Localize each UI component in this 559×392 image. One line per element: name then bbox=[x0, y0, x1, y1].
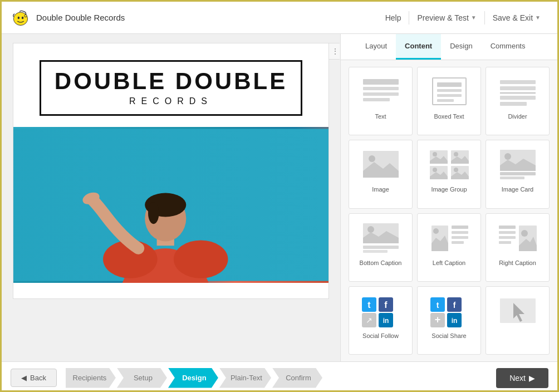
step-plain-text[interactable]: Plain-Text bbox=[219, 368, 271, 388]
misc-block-icon bbox=[493, 292, 542, 329]
canvas-area: DOUBLE DOUBLE RECORDS bbox=[2, 34, 340, 361]
app-title: Double Double Records bbox=[36, 13, 125, 22]
svg-rect-22 bbox=[437, 94, 462, 97]
left-caption-block-icon bbox=[425, 219, 474, 256]
canvas-logo-title: DOUBLE DOUBLE bbox=[55, 70, 287, 93]
svg-point-40 bbox=[504, 153, 511, 160]
right-caption-block-label: Right Caption bbox=[499, 259, 536, 266]
next-chevron-icon: ▶ bbox=[529, 374, 535, 383]
tab-comments[interactable]: Comments bbox=[482, 34, 535, 60]
help-button[interactable]: Help bbox=[377, 9, 409, 27]
svg-point-48 bbox=[433, 228, 439, 234]
svg-point-30 bbox=[369, 155, 375, 162]
svg-text:in: in bbox=[383, 317, 389, 325]
content-block-boxed-text[interactable]: Boxed Text bbox=[417, 67, 481, 135]
mailchimp-logo-icon bbox=[11, 8, 31, 28]
panel-collapse-button[interactable]: ⋮ bbox=[328, 43, 340, 60]
step-recipients[interactable]: Recipients bbox=[66, 368, 116, 388]
svg-rect-24 bbox=[500, 80, 536, 84]
svg-rect-53 bbox=[499, 226, 516, 229]
canvas-logo-subtitle: RECORDS bbox=[55, 96, 287, 106]
canvas-logo-section: DOUBLE DOUBLE RECORDS bbox=[13, 43, 328, 127]
svg-text:in: in bbox=[451, 317, 457, 325]
step-design[interactable]: Design bbox=[168, 368, 218, 388]
content-block-text[interactable]: Text bbox=[349, 67, 413, 135]
top-nav-right: Help Preview & Test ▼ Save & Exit ▼ bbox=[377, 9, 548, 27]
text-block-label: Text bbox=[375, 113, 386, 120]
svg-point-32 bbox=[433, 152, 437, 156]
right-caption-block-icon bbox=[493, 219, 542, 256]
left-caption-block-label: Left Caption bbox=[433, 259, 465, 266]
svg-point-11 bbox=[148, 202, 159, 224]
progress-steps: Recipients Setup Design Plain-Text Confi… bbox=[66, 368, 487, 388]
svg-text:↗: ↗ bbox=[366, 316, 372, 325]
svg-point-58 bbox=[521, 230, 528, 237]
canvas-logo-box: DOUBLE DOUBLE RECORDS bbox=[40, 60, 302, 116]
svg-rect-56 bbox=[499, 241, 511, 244]
svg-rect-55 bbox=[499, 236, 516, 239]
tab-design[interactable]: Design bbox=[441, 34, 481, 60]
save-exit-button[interactable]: Save & Exit ▼ bbox=[485, 9, 548, 27]
svg-text:+: + bbox=[434, 314, 440, 325]
svg-point-34 bbox=[454, 152, 458, 156]
svg-rect-18 bbox=[363, 98, 390, 101]
svg-point-2 bbox=[18, 16, 20, 19]
divider-block-label: Divider bbox=[508, 113, 527, 120]
next-button[interactable]: Next ▶ bbox=[496, 368, 548, 388]
bottom-bar: ◀ Back Recipients Setup Design Plain-Tex… bbox=[2, 361, 557, 392]
bottom-caption-block-label: Bottom Caption bbox=[360, 259, 402, 266]
svg-point-44 bbox=[367, 226, 374, 233]
tab-layout[interactable]: Layout bbox=[356, 34, 396, 60]
back-button[interactable]: ◀ Back bbox=[11, 369, 57, 387]
step-setup[interactable]: Setup bbox=[117, 368, 167, 388]
content-block-social-share[interactable]: t f + in Social Share bbox=[417, 286, 481, 355]
content-block-image-group[interactable]: Image Group bbox=[417, 140, 481, 208]
svg-rect-16 bbox=[363, 87, 399, 90]
back-chevron-icon: ◀ bbox=[21, 374, 27, 382]
svg-point-3 bbox=[22, 16, 24, 19]
svg-rect-17 bbox=[363, 92, 399, 96]
panel-tabs: Layout Content Design Comments bbox=[341, 34, 557, 60]
image-block-icon bbox=[356, 146, 405, 183]
preview-test-button[interactable]: Preview & Test ▼ bbox=[409, 9, 484, 27]
content-block-image-card[interactable]: Image Card bbox=[486, 140, 550, 208]
svg-rect-21 bbox=[437, 89, 462, 92]
content-block-social-follow[interactable]: t f ↗ in Social Follow bbox=[349, 286, 413, 355]
svg-point-4 bbox=[24, 14, 27, 17]
content-block-divider[interactable]: Divider bbox=[486, 67, 550, 135]
image-card-block-icon bbox=[493, 146, 542, 183]
image-card-block-label: Image Card bbox=[502, 186, 533, 193]
content-block-misc[interactable] bbox=[486, 286, 550, 355]
svg-text:t: t bbox=[367, 300, 371, 310]
content-block-image[interactable]: Image bbox=[349, 140, 413, 208]
save-exit-chevron-icon: ▼ bbox=[535, 14, 541, 21]
boxed-text-block-label: Boxed Text bbox=[434, 113, 464, 120]
svg-rect-54 bbox=[499, 231, 516, 234]
svg-point-13 bbox=[174, 240, 228, 278]
svg-rect-28 bbox=[500, 102, 527, 106]
content-block-left-caption[interactable]: Left Caption bbox=[417, 213, 481, 282]
svg-rect-25 bbox=[500, 86, 536, 90]
svg-point-38 bbox=[454, 168, 458, 172]
content-block-bottom-caption[interactable]: Bottom Caption bbox=[349, 213, 413, 282]
svg-rect-52 bbox=[452, 241, 464, 244]
bottom-caption-block-icon bbox=[356, 219, 405, 256]
svg-rect-51 bbox=[452, 236, 468, 239]
step-confirm[interactable]: Confirm bbox=[272, 368, 322, 388]
boxed-text-block-icon bbox=[425, 73, 474, 110]
email-canvas: DOUBLE DOUBLE RECORDS bbox=[13, 43, 329, 299]
svg-rect-42 bbox=[500, 177, 524, 179]
preview-test-chevron-icon: ▼ bbox=[471, 14, 477, 21]
divider-block-icon bbox=[493, 73, 542, 110]
content-block-right-caption[interactable]: Right Caption bbox=[486, 213, 550, 282]
svg-text:f: f bbox=[453, 301, 455, 310]
image-group-block-icon bbox=[425, 146, 474, 183]
image-block-label: Image bbox=[372, 186, 389, 193]
tab-content[interactable]: Content bbox=[396, 34, 441, 60]
social-follow-block-label: Social Follow bbox=[362, 332, 399, 339]
svg-rect-20 bbox=[437, 82, 462, 87]
text-block-icon bbox=[356, 73, 405, 110]
social-follow-block-icon: t f ↗ in bbox=[356, 292, 405, 329]
logo-area: Double Double Records bbox=[11, 8, 125, 28]
svg-rect-27 bbox=[500, 96, 536, 100]
